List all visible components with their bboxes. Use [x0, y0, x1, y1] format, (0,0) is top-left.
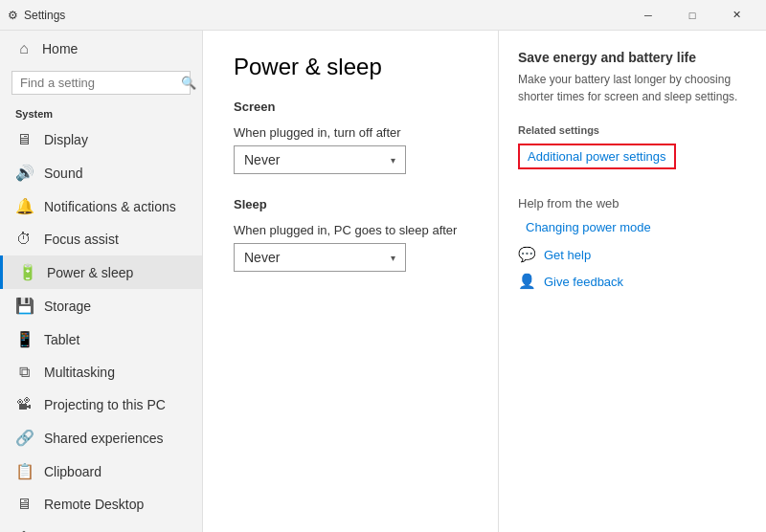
chevron-down-icon: ▾ — [391, 253, 395, 263]
sleep-dropdown[interactable]: Never ▾ — [234, 243, 406, 272]
sidebar-item-shared[interactable]: 🔗 Shared experiences — [0, 421, 202, 454]
tablet-icon: 📱 — [15, 330, 33, 348]
chevron-down-icon: ▾ — [391, 155, 395, 166]
sidebar-item-multitasking[interactable]: ⧉ Multitasking — [0, 356, 202, 388]
home-icon: ⌂ — [15, 40, 33, 57]
get-help-link[interactable]: 💬 Get help — [518, 246, 747, 263]
sidebar-item-notifications[interactable]: 🔔 Notifications & actions — [0, 189, 202, 223]
sidebar-item-label: Sound — [44, 166, 82, 181]
sidebar-item-about[interactable]: ℹ About — [0, 521, 202, 532]
remote-icon: 🖥 — [15, 496, 33, 513]
sidebar-item-sound[interactable]: 🔊 Sound — [0, 156, 202, 189]
sleep-section: Sleep When plugged in, PC goes to sleep … — [234, 197, 467, 272]
save-energy-desc: Make your battery last longer by choosin… — [518, 71, 747, 105]
screen-dropdown-value: Never — [244, 152, 280, 167]
clipboard-icon: 📋 — [15, 462, 33, 480]
search-icon: 🔍 — [181, 76, 196, 90]
sidebar-item-label: Power & sleep — [47, 265, 133, 280]
minimize-button[interactable]: ─ — [626, 0, 670, 31]
power-icon: 🔋 — [18, 263, 35, 281]
sidebar-item-label: Multitasking — [44, 365, 115, 380]
related-settings-label: Related settings — [518, 124, 747, 136]
display-icon: 🖥 — [15, 131, 33, 148]
maximize-button[interactable]: □ — [670, 0, 714, 31]
search-box[interactable]: 🔍 — [11, 71, 191, 95]
title-bar: ⚙ Settings ─ □ ✕ — [0, 0, 766, 31]
sidebar-item-tablet[interactable]: 📱 Tablet — [0, 322, 202, 356]
sidebar-home-button[interactable]: ⌂ Home — [0, 31, 202, 67]
sound-icon: 🔊 — [15, 164, 33, 182]
sidebar-item-label: Storage — [44, 299, 91, 314]
projecting-icon: 📽 — [15, 396, 33, 413]
title-bar-controls: ─ □ ✕ — [626, 0, 758, 31]
title-bar-title: ⚙ Settings — [8, 9, 65, 22]
search-input[interactable] — [20, 76, 181, 90]
screen-section-title: Screen — [234, 100, 467, 114]
sidebar-item-power[interactable]: 🔋 Power & sleep — [0, 255, 202, 289]
sidebar-item-label: Display — [44, 132, 88, 147]
sidebar-item-projecting[interactable]: 📽 Projecting to this PC — [0, 388, 202, 421]
sidebar-item-label: Focus assist — [44, 232, 119, 247]
shared-icon: 🔗 — [15, 429, 33, 447]
about-icon: ℹ — [15, 528, 33, 532]
save-energy-title: Save energy and battery life — [518, 50, 747, 65]
sidebar-item-label: Clipboard — [44, 464, 101, 479]
notifications-icon: 🔔 — [15, 197, 33, 215]
sidebar: ⌂ Home 🔍 System 🖥 Display 🔊 Sound 🔔 Noti… — [0, 31, 203, 532]
page-title: Power & sleep — [234, 54, 467, 80]
focus-icon: ⏱ — [15, 231, 33, 248]
app-body: ⌂ Home 🔍 System 🖥 Display 🔊 Sound 🔔 Noti… — [0, 31, 766, 532]
screen-dropdown[interactable]: Never ▾ — [234, 145, 406, 174]
sidebar-item-label: Projecting to this PC — [44, 397, 166, 412]
close-button[interactable]: ✕ — [714, 0, 758, 31]
sidebar-item-label: Notifications & actions — [44, 199, 176, 214]
right-panel: Save energy and battery life Make your b… — [498, 31, 766, 532]
additional-power-settings-link[interactable]: Additional power settings — [518, 144, 676, 169]
changing-power-mode-link[interactable]: Changing power mode — [518, 220, 747, 234]
sidebar-item-remote[interactable]: 🖥 Remote Desktop — [0, 488, 202, 521]
multitasking-icon: ⧉ — [15, 364, 33, 381]
home-label: Home — [42, 41, 78, 56]
get-help-icon: 💬 — [518, 246, 536, 263]
sleep-field-label: When plugged in, PC goes to sleep after — [234, 223, 467, 237]
feedback-icon: 👤 — [518, 273, 536, 290]
sidebar-item-storage[interactable]: 💾 Storage — [0, 289, 202, 322]
sidebar-section-label: System — [0, 102, 202, 123]
sidebar-item-label: Remote Desktop — [44, 497, 144, 512]
screen-field-label: When plugged in, turn off after — [234, 125, 467, 140]
sidebar-item-label: Tablet — [44, 332, 79, 347]
give-feedback-link[interactable]: 👤 Give feedback — [518, 273, 747, 290]
help-from-web-label: Help from the web — [518, 196, 747, 211]
sidebar-item-clipboard[interactable]: 📋 Clipboard — [0, 454, 202, 488]
sidebar-item-focus[interactable]: ⏱ Focus assist — [0, 223, 202, 255]
storage-icon: 💾 — [15, 297, 33, 315]
content-area: Power & sleep Screen When plugged in, tu… — [203, 31, 766, 532]
sleep-section-title: Sleep — [234, 197, 467, 211]
sleep-dropdown-value: Never — [244, 250, 280, 265]
sidebar-item-display[interactable]: 🖥 Display — [0, 123, 202, 156]
sidebar-item-label: Shared experiences — [44, 431, 164, 446]
settings-icon: ⚙ — [8, 9, 18, 22]
main-panel: Power & sleep Screen When plugged in, tu… — [203, 31, 498, 532]
